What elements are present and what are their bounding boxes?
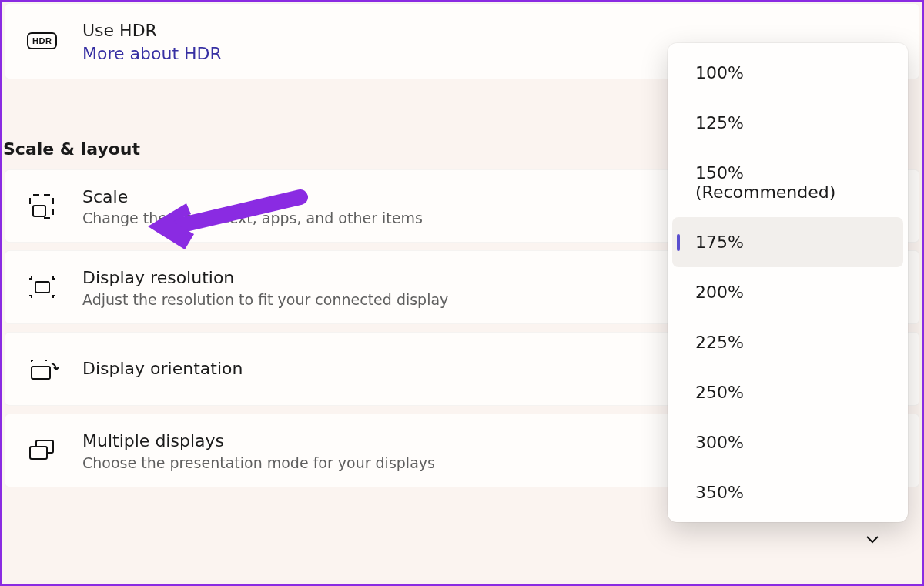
scale-option[interactable]: 175% [672, 217, 903, 267]
scale-option[interactable]: 350% [672, 467, 903, 517]
resolution-sub: Adjust the resolution to fit your connec… [82, 291, 759, 308]
scale-option[interactable]: 100% [672, 48, 903, 98]
multiple-displays-icon [27, 437, 82, 464]
expand-chevron-icon[interactable] [864, 531, 881, 551]
resolution-icon [27, 274, 82, 300]
scale-option[interactable]: 150% (Recommended) [672, 148, 903, 217]
scale-option[interactable]: 125% [672, 98, 903, 148]
svg-rect-4 [30, 447, 47, 459]
scale-option[interactable]: 300% [672, 417, 903, 467]
hdr-icon: HDR [27, 32, 82, 49]
scale-icon [27, 192, 82, 221]
scale-dropdown[interactable]: 100%125%150% (Recommended)175%200%225%25… [668, 43, 908, 522]
svg-rect-0 [33, 206, 45, 216]
scale-option[interactable]: 225% [672, 317, 903, 367]
resolution-title: Display resolution [82, 266, 759, 290]
svg-rect-1 [35, 282, 49, 293]
scale-option[interactable]: 250% [672, 367, 903, 417]
scale-option[interactable]: 200% [672, 267, 903, 317]
svg-rect-2 [32, 367, 50, 379]
hdr-title: Use HDR [82, 19, 897, 42]
orientation-icon [27, 356, 82, 382]
